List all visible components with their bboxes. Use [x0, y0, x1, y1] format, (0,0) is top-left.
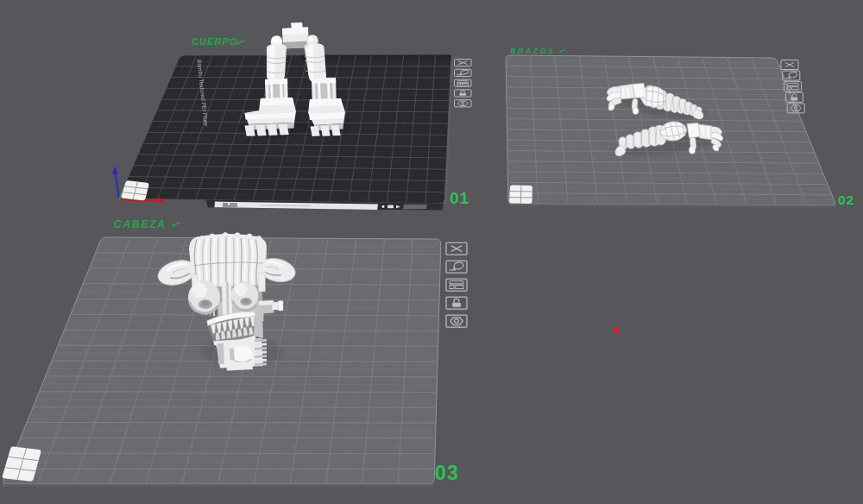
svg-text:BRAZOS: BRAZOS: [510, 47, 555, 55]
svg-text:02: 02: [838, 192, 854, 207]
svg-text:01: 01: [450, 189, 469, 207]
svg-text:CUERPO: CUERPO: [192, 36, 238, 47]
svg-text:CABEZA: CABEZA: [114, 218, 167, 230]
svg-text:03: 03: [435, 462, 459, 484]
